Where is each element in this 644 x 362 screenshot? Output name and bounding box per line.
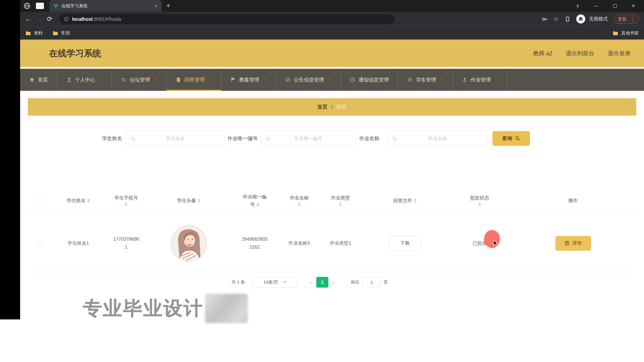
job-id-input[interactable]	[261, 131, 356, 146]
cursor-arrow-icon	[493, 240, 499, 247]
column-header-student-avatar[interactable]: 学生头像	[147, 198, 231, 204]
bottom-white-strip	[0, 319, 644, 362]
reload-button[interactable]: ⟳	[47, 16, 52, 22]
total-count-label: 共 1 条	[231, 279, 245, 285]
goto-label: 前往	[351, 279, 360, 285]
vue-logo-icon	[53, 4, 58, 8]
column-header-student-name[interactable]: 学生姓名	[51, 198, 106, 204]
student-name-input[interactable]	[126, 131, 224, 146]
incognito-badge-icon	[576, 14, 585, 23]
url-host: localhost	[72, 16, 93, 22]
sort-icon[interactable]	[257, 203, 259, 207]
column-header-answer-file[interactable]: 回答文件	[361, 198, 449, 204]
document-icon	[565, 241, 570, 246]
column-header-student-phone[interactable]: 学生手机号	[106, 195, 147, 206]
current-user-label: 教师 a2	[533, 50, 552, 57]
tab-close-icon[interactable]: ×	[155, 3, 158, 9]
next-page-button[interactable]: ›	[330, 279, 337, 286]
bookmark-folder-ziliao[interactable]: 资料	[25, 30, 43, 36]
browser-menu-icon[interactable]: ⋮	[630, 16, 635, 22]
user-icon	[462, 77, 467, 82]
nav-item-homework-management[interactable]: 作业管理	[453, 69, 507, 91]
sort-icon[interactable]	[478, 202, 481, 206]
mouse-cursor-highlight	[484, 230, 500, 248]
nav-item-notification-management[interactable]: 通知信息管理	[341, 69, 398, 91]
app-title: 在线学习系统	[49, 48, 101, 59]
browser-tab[interactable]: 在线学习系统 ×	[49, 0, 162, 12]
nav-label: 教案管理	[239, 77, 259, 83]
tab-strip: 在线学习系统 × + ∨ — ✕	[20, 0, 644, 12]
bookmark-folder-changyong[interactable]: 常用	[53, 30, 70, 36]
update-button[interactable]: 更新 ⋮	[613, 14, 639, 24]
nav-item-home[interactable]: 首页	[20, 69, 57, 91]
table-header-row: 学生姓名 学生手机号 学生头像 作业唯一编号 作业名称	[29, 187, 636, 215]
new-tab-button[interactable]: +	[166, 2, 170, 10]
page-size-select[interactable]: 10条/页	[253, 277, 297, 288]
row-checkbox[interactable]	[37, 241, 42, 246]
page-number-button[interactable]: 1	[316, 277, 328, 288]
side-panel-icon[interactable]	[565, 16, 571, 22]
nav-item-answer-management[interactable]: 回答管理	[167, 69, 221, 91]
forward-button[interactable]: →	[36, 16, 42, 22]
address-bar[interactable]: localhost:8081/#/huida	[59, 14, 394, 24]
pinned-tab-icon[interactable]	[36, 3, 44, 9]
sort-icon[interactable]	[298, 202, 301, 206]
other-bookmarks[interactable]: 其他书签	[605, 29, 639, 37]
breadcrumb-separator: /	[331, 104, 333, 110]
password-key-icon[interactable]	[542, 16, 548, 22]
nav-label: 回答管理	[184, 77, 205, 83]
update-label: 更新	[618, 16, 627, 22]
breadcrumb-home[interactable]: 首页	[317, 104, 327, 110]
goto-page-input[interactable]	[362, 277, 381, 288]
bookmarks-bar: 资料 常用 其他书签	[20, 26, 644, 40]
browser-window: 在线学习系统 × + ∨ — ✕ ← → ⟳ localhost:8081/#/…	[20, 0, 644, 319]
sort-icon[interactable]	[87, 199, 90, 203]
nav-label: 论坛管理	[130, 77, 150, 83]
query-button[interactable]: 查询	[492, 131, 530, 146]
flag-icon	[230, 77, 236, 82]
column-header-job-type[interactable]: 作业类型	[320, 195, 361, 206]
prev-page-button[interactable]: ‹	[308, 279, 314, 286]
breadcrumb: 首页 / 回答	[28, 98, 636, 116]
nav-item-student-management[interactable]: 学生管理	[398, 69, 453, 91]
exit-to-front-link[interactable]: 退出到前台	[566, 50, 594, 57]
job-id-input-wrap	[260, 131, 356, 146]
bookmark-label: 常用	[61, 30, 70, 36]
app-header: 在线学习系统 教师 a2 退出到前台 退出登录	[20, 40, 644, 67]
student-name-input-wrap	[126, 131, 225, 146]
column-header-job-name[interactable]: 作业名称	[279, 195, 320, 206]
sort-icon[interactable]	[125, 202, 127, 206]
column-header-job-id[interactable]: 作业唯一编号	[231, 193, 279, 208]
folder-icon	[613, 31, 618, 36]
page-info-icon[interactable]	[64, 16, 69, 21]
select-all-checkbox[interactable]	[37, 198, 42, 203]
user-icon	[66, 77, 72, 82]
home-icon	[29, 77, 35, 82]
nav-item-announcement-management[interactable]: 公告信息管理	[276, 69, 341, 91]
bookmark-star-icon[interactable]: ☆	[553, 15, 559, 23]
main-nav: 首页 个人中心 论坛管理 回答管理 教案管理 公告信息管理	[20, 69, 644, 91]
back-button[interactable]: ←	[25, 16, 31, 22]
nav-item-forum-management[interactable]: 论坛管理	[112, 69, 167, 91]
search-icon	[515, 136, 520, 141]
sort-icon[interactable]	[198, 199, 200, 203]
folder-icon	[53, 31, 58, 36]
sort-icon[interactable]	[339, 202, 342, 206]
nav-item-lesson-plan-management[interactable]: 教案管理	[221, 69, 276, 91]
logout-link[interactable]: 退出登录	[608, 50, 631, 57]
window-close-button[interactable]: ✕	[632, 3, 635, 8]
column-header-review-status[interactable]: 批改状态	[448, 195, 511, 206]
download-button[interactable]: 下载	[389, 236, 421, 251]
window-menu-icon[interactable]: ∨	[576, 3, 580, 8]
window-minimize-button[interactable]: —	[594, 3, 598, 8]
page-size-value: 10条/页	[263, 279, 278, 285]
sort-icon[interactable]	[414, 199, 417, 203]
job-name-label: 作业名称	[359, 135, 379, 142]
window-restore-button[interactable]	[613, 4, 617, 8]
job-name-input[interactable]	[388, 131, 488, 146]
nav-item-personal-center[interactable]: 个人中心	[57, 69, 112, 91]
detail-button[interactable]: 详情	[555, 236, 591, 251]
chevron-down-icon	[209, 79, 212, 81]
job-id-label: 作业唯一编号	[227, 135, 258, 142]
student-name-label: 学生姓名	[102, 135, 122, 142]
